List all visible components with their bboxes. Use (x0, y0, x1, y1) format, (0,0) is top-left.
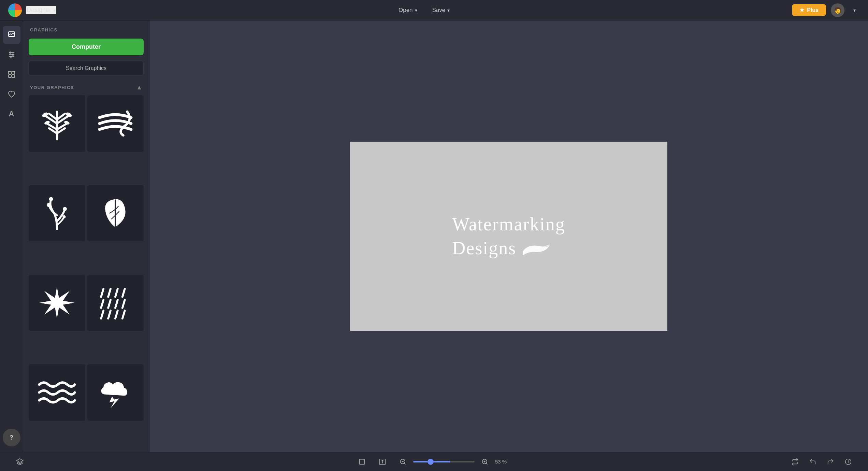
adjustments-icon (8, 51, 16, 59)
graphic-item[interactable] (29, 185, 85, 242)
zoom-out-button[interactable] (397, 456, 409, 468)
svg-line-26 (122, 300, 125, 308)
help-button[interactable]: ? (3, 429, 20, 446)
save-label: Save (432, 7, 446, 14)
zoom-slider[interactable] (413, 461, 475, 462)
bottom-bar: 53 % (0, 452, 868, 471)
avatar-chevron-button[interactable] (849, 5, 860, 16)
svg-line-28 (108, 311, 111, 318)
svg-rect-7 (9, 71, 11, 74)
avatar[interactable]: 🧑 (831, 3, 844, 17)
open-label: Open (399, 7, 413, 14)
chevron-up-icon: ▲ (136, 84, 142, 91)
undo-button[interactable] (807, 456, 819, 468)
watermark-line2-container: Designs (452, 236, 551, 260)
history-button[interactable] (842, 456, 854, 468)
svg-rect-10 (12, 75, 15, 77)
open-chevron-icon (415, 7, 417, 14)
sidebar-item-layouts[interactable] (3, 66, 20, 83)
graphic-feather-icon (96, 194, 135, 233)
graphic-item[interactable] (29, 275, 85, 331)
watermark-line1: Watermarking (452, 212, 565, 236)
svg-point-18 (62, 215, 66, 218)
svg-line-22 (122, 289, 125, 297)
svg-rect-32 (360, 459, 365, 464)
layouts-icon (8, 70, 16, 78)
graphic-item[interactable] (87, 275, 144, 331)
layers-button[interactable] (14, 456, 26, 468)
open-button[interactable]: Open (394, 5, 421, 16)
svg-line-21 (115, 289, 118, 297)
svg-point-16 (63, 207, 67, 211)
search-graphics-button[interactable]: Search Graphics (29, 61, 144, 76)
crop-icon (358, 458, 366, 466)
text-icon: A (9, 110, 14, 118)
sidebar-item-graphics[interactable] (3, 26, 20, 44)
svg-line-29 (115, 311, 118, 318)
graphic-splat-icon (37, 283, 77, 323)
bottom-right (789, 456, 854, 468)
redo-icon (827, 458, 834, 466)
app-name-chevron-icon (53, 6, 56, 14)
svg-point-4 (10, 52, 11, 53)
graphic-item[interactable] (29, 95, 85, 152)
zoom-out-icon (400, 458, 406, 465)
repeat-icon (791, 458, 799, 466)
avatar-chevron-icon (853, 7, 856, 14)
graphic-branch-icon (37, 104, 77, 143)
canvas[interactable]: Watermarking Designs (350, 142, 667, 331)
svg-line-37 (404, 463, 406, 464)
export-button[interactable] (376, 456, 389, 468)
help-icon: ? (10, 434, 13, 441)
graphic-waves-icon (37, 373, 77, 412)
graphics-icon (8, 31, 16, 39)
svg-point-17 (47, 203, 51, 207)
graphic-cloud-icon (96, 373, 135, 412)
graphics-panel: GRAPHICS Computer Search Graphics YOUR G… (23, 20, 149, 452)
star-icon: ★ (799, 7, 804, 13)
heart-icon (8, 90, 16, 98)
zoom-control: 53 % (397, 456, 512, 468)
sidebar-item-favorites[interactable] (3, 85, 20, 103)
graphic-item[interactable] (87, 95, 144, 152)
canvas-wrapper: Watermarking Designs (350, 142, 667, 331)
export-icon (379, 458, 386, 466)
redo-button[interactable] (824, 456, 837, 468)
app-name-button[interactable]: Designer (26, 6, 56, 14)
svg-line-20 (108, 289, 111, 297)
svg-rect-9 (9, 75, 11, 77)
svg-line-23 (101, 300, 104, 308)
icon-sidebar: A ? (0, 20, 23, 452)
plus-button[interactable]: ★ Plus (792, 4, 826, 16)
app-logo[interactable] (8, 3, 22, 17)
crop-button[interactable] (356, 456, 368, 468)
upload-computer-button[interactable]: Computer (29, 39, 144, 55)
undo-icon (809, 458, 816, 466)
save-chevron-icon (447, 7, 450, 14)
bottom-left (14, 456, 26, 468)
sidebar-item-text[interactable]: A (3, 105, 20, 123)
collapse-section-button[interactable]: ▲ (136, 84, 142, 91)
graphic-item[interactable] (29, 364, 85, 421)
svg-point-6 (10, 56, 12, 57)
graphic-pattern-icon (96, 283, 135, 323)
your-graphics-label: YOUR GRAPHICS (30, 85, 74, 90)
leaf-graphic-icon (520, 241, 551, 255)
repeat-button[interactable] (789, 456, 801, 468)
svg-line-19 (101, 289, 104, 297)
history-icon (844, 458, 852, 466)
graphic-item[interactable] (87, 185, 144, 242)
graphic-item[interactable] (87, 364, 144, 421)
svg-rect-8 (12, 71, 15, 74)
svg-line-24 (108, 300, 111, 308)
zoom-in-button[interactable] (479, 456, 491, 468)
your-graphics-section-header: YOUR GRAPHICS ▲ (23, 81, 149, 95)
main-area: A ? GRAPHICS Computer Search Graphics YO… (0, 20, 868, 452)
sidebar-item-adjustments[interactable] (3, 46, 20, 63)
save-button[interactable]: Save (428, 5, 454, 16)
layers-icon (16, 458, 24, 466)
topbar: Designer Open Save ★ Plus 🧑 (0, 0, 868, 20)
watermark-line2: Designs (452, 236, 516, 260)
svg-line-41 (486, 463, 488, 464)
zoom-in-icon (481, 458, 488, 465)
